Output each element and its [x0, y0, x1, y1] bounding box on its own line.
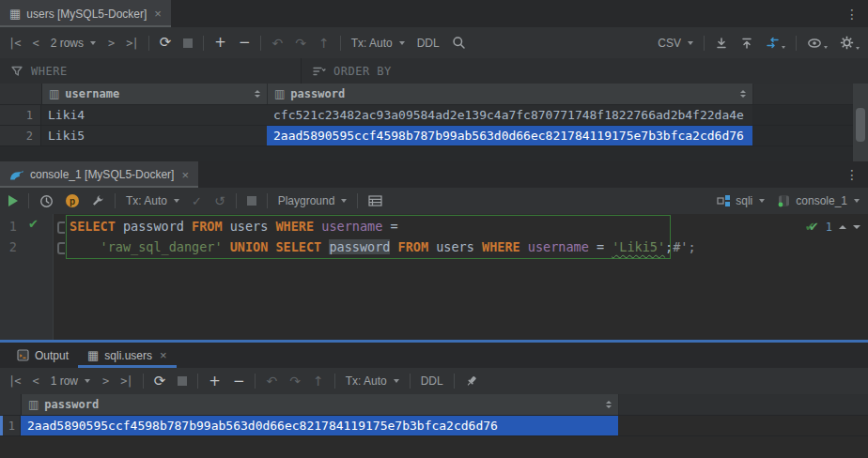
previous-page-button[interactable]: <: [32, 374, 38, 388]
first-page-button[interactable]: |<: [8, 37, 20, 50]
toolbar-separator: [334, 374, 335, 389]
row-number[interactable]: 1: [0, 105, 41, 125]
vertical-scrollbar[interactable]: [853, 84, 868, 161]
column-icon: ▥: [274, 87, 285, 100]
table-row[interactable]: 2 Liki5 2aad5890595ccf4598b787b99ab563d0…: [0, 126, 868, 146]
view-options-eye-icon[interactable]: [807, 38, 828, 49]
revert-icon: ↶: [271, 37, 283, 50]
delete-row-button[interactable]: −: [239, 36, 251, 50]
settings-gear-icon[interactable]: [840, 36, 860, 50]
tab-output[interactable]: Output: [8, 343, 78, 368]
previous-highlight-icon[interactable]: [839, 225, 846, 229]
column-header-username[interactable]: ▥ username: [42, 84, 268, 104]
cell-password[interactable]: cfc521c23482ac93a09584ad2e139c4a7fc87077…: [267, 105, 752, 125]
header-filler: [619, 394, 868, 415]
export-format-select[interactable]: CSV: [658, 37, 693, 50]
page-size-value: 1 row: [51, 374, 78, 388]
cell-password-selected[interactable]: 2aad5890595ccf4598b787b99ab563d0d66ec821…: [21, 416, 618, 435]
row-filler: [752, 126, 868, 145]
statement-fold-marker-icon[interactable]: [57, 242, 65, 254]
compare-sync-icon[interactable]: [766, 37, 785, 49]
rollback-icon: ↺: [214, 194, 225, 207]
code-line-2[interactable]: 'raw_sql_danger' UNION SELECT password F…: [70, 237, 696, 257]
column-header-password[interactable]: ▥ password: [268, 84, 753, 104]
scrollbar-thumb[interactable]: [856, 108, 865, 142]
parameters-badge-icon[interactable]: p: [66, 194, 79, 207]
table-row[interactable]: 1 Liki4 cfc521c23482ac93a09584ad2e139c4a…: [0, 105, 868, 126]
sort-toggle-icon[interactable]: [606, 401, 612, 408]
toolbar-separator: [454, 374, 455, 389]
kebab-menu-icon[interactable]: ⋮: [836, 167, 868, 182]
console-toolbar: p Tx: Auto ✓ ↺ Playground sqli: [0, 188, 868, 215]
where-filter-input[interactable]: WHERE: [0, 58, 302, 84]
sql-editor[interactable]: 1 2 ✔ SELECT password FROM users WHERE u…: [0, 214, 868, 340]
schema-select[interactable]: sqli: [717, 194, 765, 207]
tab-users-grid[interactable]: ▦ users [MySQL5-Docker] ×: [0, 0, 171, 27]
chevron-down-icon: [90, 41, 96, 45]
wrench-settings-icon[interactable]: [91, 194, 104, 207]
sort-toggle-icon[interactable]: [740, 90, 746, 98]
chevron-down-icon: [688, 41, 693, 45]
row-number[interactable]: 2: [0, 126, 41, 145]
close-icon[interactable]: ×: [160, 348, 167, 362]
delete-row-button[interactable]: −: [233, 374, 245, 389]
play-icon: [8, 195, 18, 206]
column-header-password[interactable]: ▥ password: [22, 394, 619, 415]
grid-filter-row: WHERE ORDER BY: [0, 58, 868, 84]
add-row-button[interactable]: +: [209, 374, 221, 389]
column-header-label: password: [290, 87, 345, 100]
table-icon: ▦: [87, 349, 99, 361]
kebab-menu-icon[interactable]: ⋮: [836, 7, 868, 22]
last-page-button[interactable]: >|: [120, 374, 132, 388]
tx-mode-select[interactable]: Tx: Auto: [126, 194, 179, 207]
editor-gutter: 1 2 ✔: [0, 214, 54, 340]
stop-icon: [183, 38, 193, 48]
chevron-down-icon: [854, 199, 860, 203]
reload-icon[interactable]: ⟳: [154, 374, 166, 389]
toolbar-separator: [340, 36, 341, 51]
sort-toggle-icon[interactable]: [255, 90, 260, 98]
next-highlight-icon[interactable]: [853, 225, 860, 229]
tx-mode-select[interactable]: Tx: Auto: [351, 37, 405, 50]
tx-mode-select[interactable]: Tx: Auto: [346, 374, 399, 388]
cell-password-selected[interactable]: 2aad5890595ccf4598b787b99ab563d0d66ec821…: [267, 126, 752, 145]
pin-tab-icon[interactable]: [465, 374, 478, 388]
ddl-button[interactable]: DDL: [421, 374, 443, 388]
last-page-button[interactable]: >|: [126, 37, 137, 50]
toolbar-separator: [704, 36, 705, 51]
code-line-1[interactable]: SELECT password FROM users WHERE usernam…: [70, 216, 398, 237]
add-row-button[interactable]: +: [214, 36, 226, 50]
close-icon[interactable]: ×: [181, 168, 189, 182]
statement-fold-marker-icon[interactable]: [57, 221, 65, 234]
page-size-select[interactable]: 2 rows: [51, 37, 96, 50]
table-row[interactable]: 1 2aad5890595ccf4598b787b99ab563d0d66ec8…: [0, 416, 868, 436]
session-select[interactable]: console_1: [777, 194, 860, 207]
close-icon[interactable]: ×: [154, 7, 162, 21]
row-number[interactable]: 1: [0, 416, 21, 435]
next-page-button[interactable]: >: [108, 37, 114, 50]
filter-funnel-icon: [11, 66, 23, 77]
next-page-button[interactable]: >: [102, 374, 108, 388]
previous-page-button[interactable]: <: [32, 37, 38, 50]
output-layout-icon[interactable]: [368, 195, 382, 206]
run-button[interactable]: [8, 195, 18, 206]
ddl-button[interactable]: DDL: [417, 37, 440, 50]
export-data-icon[interactable]: [715, 37, 728, 50]
cell-username[interactable]: Liki4: [41, 105, 267, 125]
first-page-button[interactable]: |<: [8, 374, 20, 388]
reload-icon[interactable]: ⟳: [160, 36, 172, 50]
tab-console[interactable]: console_1 [MySQL5-Docker] ×: [0, 161, 198, 188]
order-by-filter-input[interactable]: ORDER BY: [302, 58, 403, 84]
inspection-widget: ✔ 1: [809, 220, 860, 234]
page-size-select[interactable]: 1 row: [51, 374, 90, 388]
tab-result-grid[interactable]: ▦ sqli.users ×: [78, 343, 177, 368]
playground-mode-select[interactable]: Playground: [278, 194, 348, 207]
history-clock-icon[interactable]: [39, 194, 54, 208]
cell-username[interactable]: Liki5: [41, 126, 267, 145]
chevron-down-icon: [174, 199, 179, 203]
row-filler: [618, 416, 868, 435]
import-data-icon[interactable]: [740, 37, 753, 50]
grid-header-row: ▥ username ▥ password: [0, 84, 868, 105]
redo-icon: ↷: [295, 37, 306, 50]
search-icon[interactable]: [452, 36, 466, 50]
